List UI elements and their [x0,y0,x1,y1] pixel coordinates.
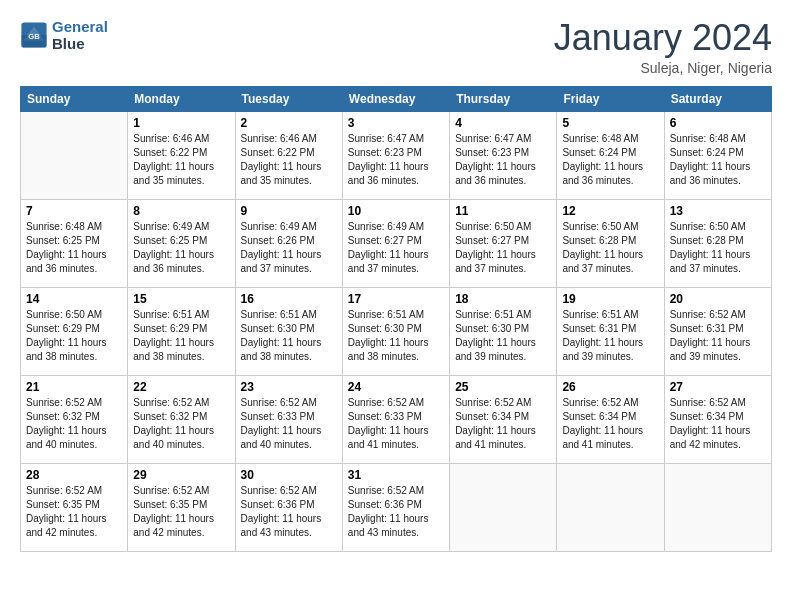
day-number: 8 [133,204,229,218]
day-number: 9 [241,204,337,218]
calendar-cell: 22Sunrise: 6:52 AM Sunset: 6:32 PM Dayli… [128,375,235,463]
calendar-cell: 6Sunrise: 6:48 AM Sunset: 6:24 PM Daylig… [664,111,771,199]
day-number: 16 [241,292,337,306]
day-number: 13 [670,204,766,218]
calendar-cell: 16Sunrise: 6:51 AM Sunset: 6:30 PM Dayli… [235,287,342,375]
day-info: Sunrise: 6:52 AM Sunset: 6:35 PM Dayligh… [133,484,229,540]
day-number: 12 [562,204,658,218]
day-info: Sunrise: 6:51 AM Sunset: 6:30 PM Dayligh… [455,308,551,364]
calendar-cell: 7Sunrise: 6:48 AM Sunset: 6:25 PM Daylig… [21,199,128,287]
calendar-cell: 20Sunrise: 6:52 AM Sunset: 6:31 PM Dayli… [664,287,771,375]
calendar-cell: 13Sunrise: 6:50 AM Sunset: 6:28 PM Dayli… [664,199,771,287]
calendar-cell: 5Sunrise: 6:48 AM Sunset: 6:24 PM Daylig… [557,111,664,199]
day-number: 27 [670,380,766,394]
day-info: Sunrise: 6:48 AM Sunset: 6:24 PM Dayligh… [670,132,766,188]
calendar-cell: 30Sunrise: 6:52 AM Sunset: 6:36 PM Dayli… [235,463,342,551]
day-info: Sunrise: 6:50 AM Sunset: 6:27 PM Dayligh… [455,220,551,276]
calendar-week-row: 28Sunrise: 6:52 AM Sunset: 6:35 PM Dayli… [21,463,772,551]
day-info: Sunrise: 6:52 AM Sunset: 6:36 PM Dayligh… [241,484,337,540]
day-number: 22 [133,380,229,394]
calendar-cell: 29Sunrise: 6:52 AM Sunset: 6:35 PM Dayli… [128,463,235,551]
logo-general: General [52,18,108,35]
header-sunday: Sunday [21,86,128,111]
day-info: Sunrise: 6:50 AM Sunset: 6:29 PM Dayligh… [26,308,122,364]
title-block: January 2024 Suleja, Niger, Nigeria [554,18,772,76]
day-info: Sunrise: 6:48 AM Sunset: 6:25 PM Dayligh… [26,220,122,276]
calendar-cell [557,463,664,551]
calendar-cell [450,463,557,551]
calendar-cell: 21Sunrise: 6:52 AM Sunset: 6:32 PM Dayli… [21,375,128,463]
day-info: Sunrise: 6:52 AM Sunset: 6:31 PM Dayligh… [670,308,766,364]
calendar-cell [664,463,771,551]
header-saturday: Saturday [664,86,771,111]
location: Suleja, Niger, Nigeria [554,60,772,76]
day-info: Sunrise: 6:51 AM Sunset: 6:30 PM Dayligh… [348,308,444,364]
day-number: 5 [562,116,658,130]
day-number: 21 [26,380,122,394]
day-info: Sunrise: 6:50 AM Sunset: 6:28 PM Dayligh… [562,220,658,276]
svg-text:GB: GB [28,32,40,41]
calendar-cell: 27Sunrise: 6:52 AM Sunset: 6:34 PM Dayli… [664,375,771,463]
day-number: 24 [348,380,444,394]
day-number: 14 [26,292,122,306]
calendar-cell: 17Sunrise: 6:51 AM Sunset: 6:30 PM Dayli… [342,287,449,375]
calendar-cell: 1Sunrise: 6:46 AM Sunset: 6:22 PM Daylig… [128,111,235,199]
calendar-cell: 12Sunrise: 6:50 AM Sunset: 6:28 PM Dayli… [557,199,664,287]
calendar-cell: 3Sunrise: 6:47 AM Sunset: 6:23 PM Daylig… [342,111,449,199]
day-info: Sunrise: 6:47 AM Sunset: 6:23 PM Dayligh… [348,132,444,188]
day-number: 18 [455,292,551,306]
day-info: Sunrise: 6:52 AM Sunset: 6:33 PM Dayligh… [241,396,337,452]
day-info: Sunrise: 6:52 AM Sunset: 6:32 PM Dayligh… [26,396,122,452]
calendar-cell: 2Sunrise: 6:46 AM Sunset: 6:22 PM Daylig… [235,111,342,199]
calendar-cell: 28Sunrise: 6:52 AM Sunset: 6:35 PM Dayli… [21,463,128,551]
calendar-cell: 4Sunrise: 6:47 AM Sunset: 6:23 PM Daylig… [450,111,557,199]
header-friday: Friday [557,86,664,111]
day-number: 20 [670,292,766,306]
header-wednesday: Wednesday [342,86,449,111]
logo-icon: GB [20,21,48,49]
calendar-cell: 8Sunrise: 6:49 AM Sunset: 6:25 PM Daylig… [128,199,235,287]
day-info: Sunrise: 6:46 AM Sunset: 6:22 PM Dayligh… [133,132,229,188]
calendar-cell [21,111,128,199]
day-info: Sunrise: 6:49 AM Sunset: 6:27 PM Dayligh… [348,220,444,276]
day-number: 11 [455,204,551,218]
calendar-cell: 19Sunrise: 6:51 AM Sunset: 6:31 PM Dayli… [557,287,664,375]
day-info: Sunrise: 6:47 AM Sunset: 6:23 PM Dayligh… [455,132,551,188]
day-info: Sunrise: 6:51 AM Sunset: 6:29 PM Dayligh… [133,308,229,364]
calendar-table: Sunday Monday Tuesday Wednesday Thursday… [20,86,772,552]
calendar-week-row: 21Sunrise: 6:52 AM Sunset: 6:32 PM Dayli… [21,375,772,463]
calendar-cell: 18Sunrise: 6:51 AM Sunset: 6:30 PM Dayli… [450,287,557,375]
day-info: Sunrise: 6:52 AM Sunset: 6:34 PM Dayligh… [670,396,766,452]
calendar-week-row: 1Sunrise: 6:46 AM Sunset: 6:22 PM Daylig… [21,111,772,199]
day-info: Sunrise: 6:52 AM Sunset: 6:34 PM Dayligh… [455,396,551,452]
day-number: 4 [455,116,551,130]
calendar-week-row: 14Sunrise: 6:50 AM Sunset: 6:29 PM Dayli… [21,287,772,375]
day-info: Sunrise: 6:52 AM Sunset: 6:36 PM Dayligh… [348,484,444,540]
day-number: 6 [670,116,766,130]
weekday-header-row: Sunday Monday Tuesday Wednesday Thursday… [21,86,772,111]
logo-blue: Blue [52,35,85,52]
day-info: Sunrise: 6:46 AM Sunset: 6:22 PM Dayligh… [241,132,337,188]
month-title: January 2024 [554,18,772,58]
day-number: 15 [133,292,229,306]
header-tuesday: Tuesday [235,86,342,111]
day-number: 10 [348,204,444,218]
day-info: Sunrise: 6:51 AM Sunset: 6:31 PM Dayligh… [562,308,658,364]
calendar-cell: 23Sunrise: 6:52 AM Sunset: 6:33 PM Dayli… [235,375,342,463]
day-number: 1 [133,116,229,130]
calendar-week-row: 7Sunrise: 6:48 AM Sunset: 6:25 PM Daylig… [21,199,772,287]
day-info: Sunrise: 6:50 AM Sunset: 6:28 PM Dayligh… [670,220,766,276]
calendar-cell: 31Sunrise: 6:52 AM Sunset: 6:36 PM Dayli… [342,463,449,551]
day-info: Sunrise: 6:49 AM Sunset: 6:25 PM Dayligh… [133,220,229,276]
header-monday: Monday [128,86,235,111]
header: GB General Blue January 2024 Suleja, Nig… [20,18,772,76]
day-number: 31 [348,468,444,482]
logo: GB General Blue [20,18,108,53]
calendar-cell: 10Sunrise: 6:49 AM Sunset: 6:27 PM Dayli… [342,199,449,287]
calendar-cell: 25Sunrise: 6:52 AM Sunset: 6:34 PM Dayli… [450,375,557,463]
day-info: Sunrise: 6:48 AM Sunset: 6:24 PM Dayligh… [562,132,658,188]
day-number: 30 [241,468,337,482]
day-info: Sunrise: 6:49 AM Sunset: 6:26 PM Dayligh… [241,220,337,276]
day-info: Sunrise: 6:52 AM Sunset: 6:33 PM Dayligh… [348,396,444,452]
day-number: 23 [241,380,337,394]
